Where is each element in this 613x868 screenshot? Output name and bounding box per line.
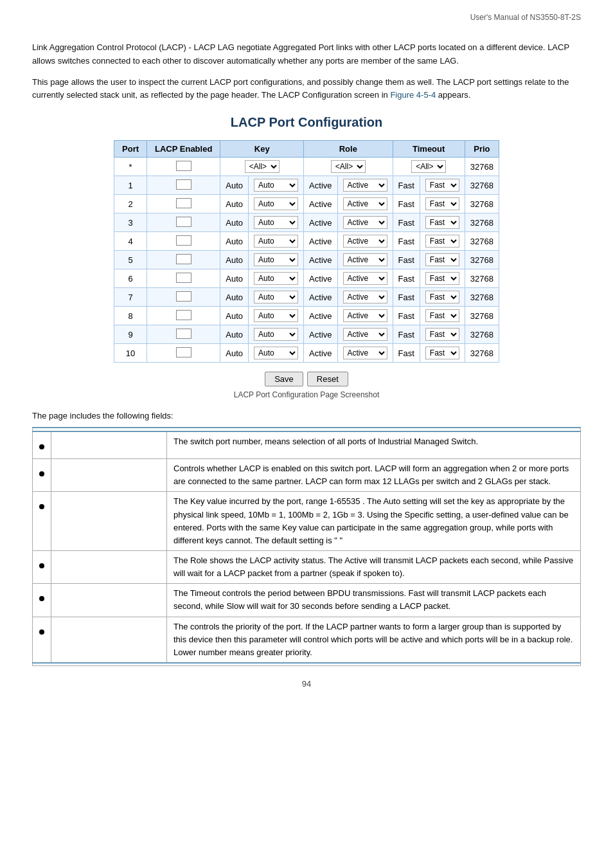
timeout-select-cell[interactable]: FastSlow	[420, 213, 465, 232]
key-select-cell[interactable]: AutoSpecific	[249, 307, 304, 325]
timeout-select-cell[interactable]: FastSlow	[420, 325, 465, 344]
timeout-select-cell[interactable]: FastSlow	[420, 344, 465, 363]
timeout-select[interactable]: FastSlow	[425, 216, 459, 229]
lacp-enabled-checkbox[interactable]	[147, 213, 220, 232]
timeout-select[interactable]: FastSlow	[425, 347, 459, 359]
lacp-enabled-checkbox[interactable]	[147, 344, 220, 363]
timeout-select[interactable]: FastSlow	[425, 272, 459, 285]
all-timeout-select[interactable]: <All>	[411, 160, 446, 173]
role-select-cell[interactable]: ActivePassive	[337, 213, 393, 232]
key-select[interactable]: AutoSpecific	[254, 291, 298, 303]
key-select[interactable]: AutoSpecific	[254, 253, 298, 266]
role-select-cell[interactable]: ActivePassive	[337, 176, 393, 195]
role-select-cell[interactable]: ActivePassive	[337, 251, 393, 269]
table-row: 10AutoAutoSpecificActiveActivePassiveFas…	[114, 344, 499, 363]
port-cell: 1	[114, 176, 147, 195]
key-value: Auto	[220, 269, 249, 288]
all-port-cell: *	[114, 158, 147, 176]
save-button[interactable]: Save	[265, 372, 303, 386]
timeout-select[interactable]: FastSlow	[425, 328, 459, 341]
key-select[interactable]: AutoSpecific	[254, 235, 298, 248]
role-select[interactable]: ActivePassive	[343, 309, 387, 322]
prio-value: 32768	[465, 232, 499, 251]
lacp-enabled-checkbox[interactable]	[147, 195, 220, 213]
role-select-cell[interactable]: ActivePassive	[337, 269, 393, 288]
key-select[interactable]: AutoSpecific	[254, 216, 298, 229]
prio-value: 32768	[465, 344, 499, 363]
field-label	[51, 551, 167, 584]
key-select-cell[interactable]: AutoSpecific	[249, 325, 304, 344]
role-select[interactable]: ActivePassive	[343, 235, 387, 248]
key-value: Auto	[220, 176, 249, 195]
timeout-select-cell[interactable]: FastSlow	[420, 176, 465, 195]
role-select[interactable]: ActivePassive	[343, 197, 387, 210]
role-select-cell[interactable]: ActivePassive	[337, 288, 393, 307]
key-select-cell[interactable]: AutoSpecific	[249, 269, 304, 288]
timeout-select[interactable]: FastSlow	[425, 197, 459, 210]
role-select-cell[interactable]: ActivePassive	[337, 325, 393, 344]
table-row: 7AutoAutoSpecificActiveActivePassiveFast…	[114, 288, 499, 307]
intro-para2: This page allows the user to inspect the…	[32, 76, 581, 103]
key-select-cell[interactable]: AutoSpecific	[249, 176, 304, 195]
key-select[interactable]: AutoSpecific	[254, 179, 298, 192]
field-bullet	[33, 584, 51, 617]
all-key-select-cell[interactable]: <All>	[220, 158, 304, 176]
figure-link[interactable]: Figure 4-5-4	[390, 90, 436, 100]
key-select-cell[interactable]: AutoSpecific	[249, 288, 304, 307]
timeout-select-cell[interactable]: FastSlow	[420, 251, 465, 269]
all-role-select-cell[interactable]: <All>	[304, 158, 393, 176]
role-select-cell[interactable]: ActivePassive	[337, 232, 393, 251]
all-timeout-select-cell[interactable]: <All>	[393, 158, 465, 176]
timeout-select[interactable]: FastSlow	[425, 309, 459, 322]
timeout-select[interactable]: FastSlow	[425, 179, 459, 192]
lacp-enabled-checkbox[interactable]	[147, 251, 220, 269]
role-select[interactable]: ActivePassive	[343, 179, 387, 192]
lacp-enabled-checkbox[interactable]	[147, 288, 220, 307]
role-select[interactable]: ActivePassive	[343, 216, 387, 229]
intro-para1: Link Aggregation Control Protocol (LACP)…	[32, 41, 581, 68]
key-select[interactable]: AutoSpecific	[254, 328, 298, 341]
role-select[interactable]: ActivePassive	[343, 347, 387, 359]
role-select[interactable]: ActivePassive	[343, 272, 387, 285]
key-select-cell[interactable]: AutoSpecific	[249, 232, 304, 251]
key-select[interactable]: AutoSpecific	[254, 272, 298, 285]
all-key-select[interactable]: <All>	[245, 160, 280, 173]
role-select[interactable]: ActivePassive	[343, 291, 387, 303]
key-select[interactable]: AutoSpecific	[254, 309, 298, 322]
role-select-cell[interactable]: ActivePassive	[337, 344, 393, 363]
lacp-enabled-checkbox[interactable]	[147, 325, 220, 344]
timeout-select[interactable]: FastSlow	[425, 291, 459, 303]
role-select[interactable]: ActivePassive	[343, 253, 387, 266]
port-cell: 9	[114, 325, 147, 344]
key-select-cell[interactable]: AutoSpecific	[249, 195, 304, 213]
field-label	[51, 584, 167, 617]
lacp-enabled-checkbox[interactable]	[147, 232, 220, 251]
timeout-select-cell[interactable]: FastSlow	[420, 195, 465, 213]
key-select-cell[interactable]: AutoSpecific	[249, 251, 304, 269]
key-select[interactable]: AutoSpecific	[254, 197, 298, 210]
field-label	[51, 431, 167, 459]
role-select-cell[interactable]: ActivePassive	[337, 307, 393, 325]
reset-button[interactable]: Reset	[307, 372, 348, 386]
table-row: 6AutoAutoSpecificActiveActivePassiveFast…	[114, 269, 499, 288]
timeout-select-cell[interactable]: FastSlow	[420, 232, 465, 251]
role-select[interactable]: ActivePassive	[343, 328, 387, 341]
timeout-select-cell[interactable]: FastSlow	[420, 307, 465, 325]
timeout-select-cell[interactable]: FastSlow	[420, 269, 465, 288]
role-select-cell[interactable]: ActivePassive	[337, 195, 393, 213]
key-select-cell[interactable]: AutoSpecific	[249, 344, 304, 363]
all-lacp-checkbox[interactable]	[147, 158, 220, 176]
lacp-enabled-checkbox[interactable]	[147, 307, 220, 325]
timeout-value: Fast	[393, 232, 420, 251]
timeout-select[interactable]: FastSlow	[425, 235, 459, 248]
timeout-select[interactable]: FastSlow	[425, 253, 459, 266]
lacp-enabled-checkbox[interactable]	[147, 269, 220, 288]
key-select-cell[interactable]: AutoSpecific	[249, 213, 304, 232]
key-select[interactable]: AutoSpecific	[254, 347, 298, 359]
timeout-select-cell[interactable]: FastSlow	[420, 288, 465, 307]
prio-value: 32768	[465, 176, 499, 195]
all-prio-cell: 32768	[465, 158, 499, 176]
key-value: Auto	[220, 195, 249, 213]
all-role-select[interactable]: <All>	[331, 160, 366, 173]
lacp-enabled-checkbox[interactable]	[147, 176, 220, 195]
